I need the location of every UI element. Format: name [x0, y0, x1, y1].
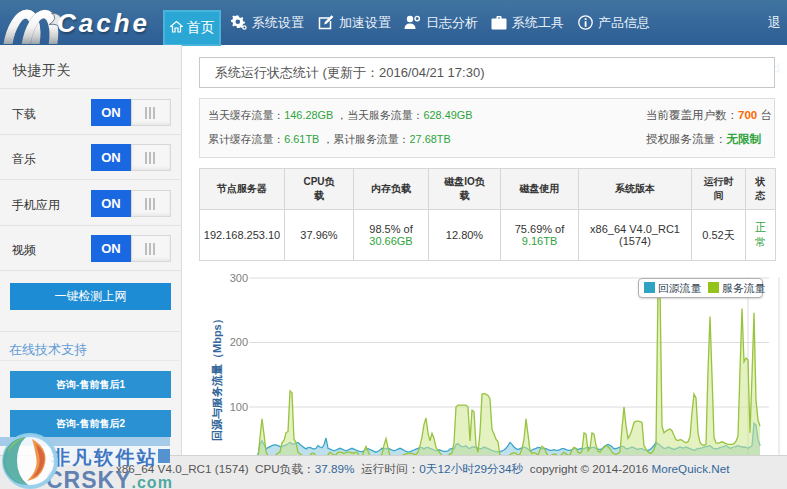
svg-text:300: 300: [230, 272, 248, 284]
